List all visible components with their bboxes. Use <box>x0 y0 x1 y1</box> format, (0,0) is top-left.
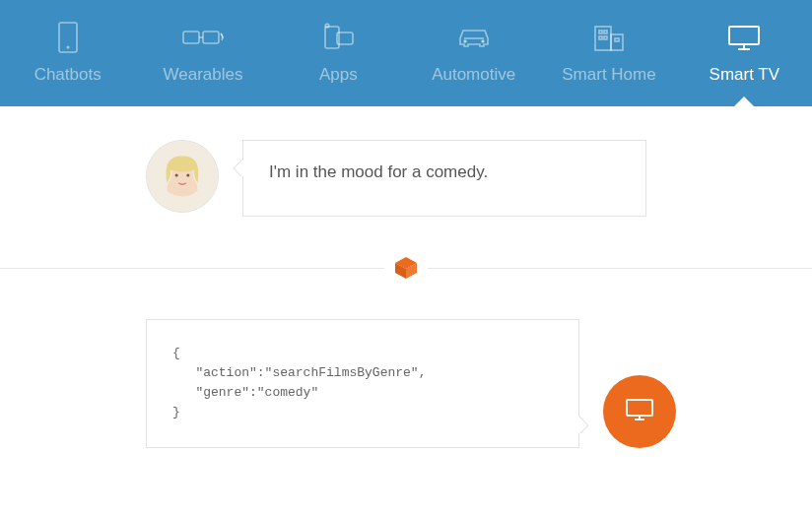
conversation-area: I'm in the mood for a comedy. { "action"… <box>0 106 812 448</box>
tv-icon <box>726 22 762 53</box>
user-message-row: I'm in the mood for a comedy. <box>0 140 812 217</box>
tab-wearables[interactable]: Wearables <box>135 0 270 106</box>
svg-rect-22 <box>627 400 652 416</box>
svg-point-7 <box>464 40 466 42</box>
building-icon <box>591 22 627 53</box>
svg-rect-13 <box>599 36 602 39</box>
user-message-bubble: I'm in the mood for a comedy. <box>242 140 646 217</box>
user-message-text: I'm in the mood for a comedy. <box>269 162 620 182</box>
car-icon <box>454 22 494 53</box>
response-row: { "action":"searchFilmsByGenre", "genre"… <box>0 319 812 448</box>
tab-label: Apps <box>319 65 358 85</box>
svg-point-8 <box>482 40 484 42</box>
svg-rect-9 <box>595 27 611 50</box>
svg-point-21 <box>186 173 189 176</box>
svg-rect-11 <box>599 31 602 33</box>
svg-rect-12 <box>604 31 607 33</box>
tab-smart-home[interactable]: Smart Home <box>541 0 676 106</box>
tab-smart-tv[interactable]: Smart TV <box>677 0 812 106</box>
tab-apps[interactable]: Apps <box>271 0 406 106</box>
apps-icon <box>319 22 357 53</box>
svg-rect-3 <box>203 32 219 43</box>
category-tabs: Chatbots Wearables Apps <box>0 0 812 106</box>
svg-rect-10 <box>611 34 623 50</box>
tab-automotive[interactable]: Automotive <box>406 0 541 106</box>
response-code: { "action":"searchFilmsByGenre", "genre"… <box>172 344 553 423</box>
tab-label: Wearables <box>164 65 243 85</box>
svg-rect-15 <box>615 38 619 41</box>
tab-chatbots[interactable]: Chatbots <box>0 0 135 106</box>
svg-rect-14 <box>604 36 607 39</box>
svg-rect-16 <box>729 27 759 44</box>
tab-label: Smart Home <box>562 65 655 85</box>
svg-rect-2 <box>183 32 199 43</box>
user-avatar <box>146 140 219 213</box>
tab-label: Smart TV <box>710 65 779 85</box>
svg-point-6 <box>326 24 330 28</box>
svg-point-20 <box>175 173 178 176</box>
response-avatar <box>603 375 676 448</box>
api-box-icon <box>384 246 428 290</box>
chatbot-icon <box>56 22 80 53</box>
tab-label: Automotive <box>432 65 515 85</box>
api-divider <box>0 244 812 291</box>
tab-label: Chatbots <box>34 65 102 85</box>
svg-point-1 <box>66 45 69 48</box>
tv-icon <box>624 397 655 426</box>
glasses-icon <box>181 22 225 53</box>
response-code-bubble: { "action":"searchFilmsByGenre", "genre"… <box>146 319 579 448</box>
